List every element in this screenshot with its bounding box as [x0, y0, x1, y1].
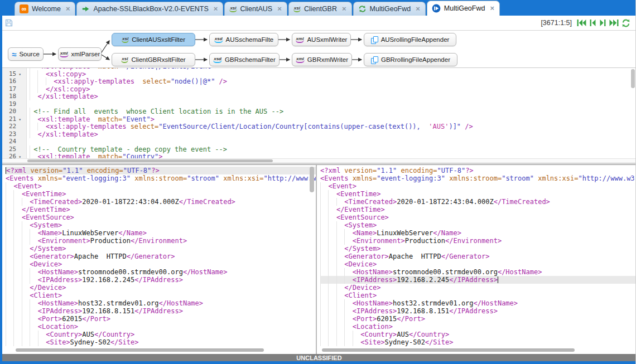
xml-line[interactable]: </System>	[320, 245, 636, 253]
line-number[interactable]: 22	[2, 123, 26, 130]
xml-line[interactable]: <Event>	[320, 182, 636, 190]
xml-line[interactable]: <Events xmlns="event-logging:3" xmlns:st…	[320, 174, 636, 182]
xml-line[interactable]: <Site>Sydney-S02</Site>	[320, 338, 636, 346]
tab-multigeofwd-pipeline[interactable]: MultiGeoFwd ×	[353, 2, 426, 16]
pipeline-element-xmlparser[interactable]: xml xmlParser	[58, 47, 102, 61]
code-area[interactable]: <xsl:template match="/Events|/Events/Eve…	[27, 68, 636, 158]
xml-line[interactable]: <Device>	[6, 260, 316, 268]
line-number[interactable]: 26▾	[2, 153, 26, 158]
step-first-button[interactable]	[577, 19, 586, 27]
xml-line[interactable]: </Device>	[320, 284, 636, 292]
line-number[interactable]: 16	[2, 77, 26, 85]
output-pane-horizontal-scrollbar[interactable]	[318, 348, 636, 353]
xml-line[interactable]: </System>	[6, 245, 316, 253]
xml-line[interactable]: <?xml version="1.1" encoding="UTF-8"?>	[320, 167, 636, 174]
pipeline-element-source[interactable]: ≈ Source	[8, 47, 44, 61]
editor-vertical-scrollbar[interactable]	[630, 69, 635, 152]
xml-line[interactable]: <Device>	[320, 260, 636, 268]
xml-line[interactable]: <EventSource>	[6, 213, 316, 221]
xml-line[interactable]: <Event>	[6, 182, 316, 190]
code-line[interactable]: </xsl:template>	[30, 93, 636, 100]
line-number[interactable]: 23	[2, 130, 26, 138]
xml-line[interactable]: <Environment>Production</Environment>	[6, 237, 316, 245]
xml-line[interactable]: <IPAddress>192.168.2.245</IPAddress>	[6, 276, 316, 284]
tab-clientgbr[interactable]: xsl ClientGBR ×	[288, 2, 352, 16]
pipeline-element-ausxmlwriter[interactable]: xml AUSxmlWriter	[292, 33, 351, 46]
xml-line[interactable]: <HostName>stroomnode00.strmdev00.org</Ho…	[320, 268, 636, 276]
input-pane-horizontal-scrollbar[interactable]	[3, 348, 308, 353]
xml-line[interactable]: <HostName>stroomnode00.strmdev00.org</Ho…	[6, 268, 316, 276]
xml-line[interactable]: <Client>	[320, 292, 636, 299]
code-line[interactable]: <xsl:template match="Event">	[30, 115, 636, 123]
line-number[interactable]: 17	[2, 85, 26, 93]
code-line[interactable]: <!-- Find all events whose Client locati…	[30, 108, 636, 115]
xml-line[interactable]: <Name>LinuxWebServer</Name>	[6, 229, 316, 237]
close-icon[interactable]: ×	[214, 6, 218, 12]
xml-line[interactable]: <HostName>host32.strmdev01.org</HostName…	[6, 299, 316, 307]
code-line[interactable]: <!-- Country template - deep copy the ev…	[30, 145, 636, 153]
xml-line[interactable]: </EventTime>	[6, 206, 316, 213]
line-number-gutter[interactable]: 1415▾161718192021▾2223242526▾	[2, 68, 27, 158]
xml-line[interactable]: <Location>	[320, 323, 636, 331]
close-icon[interactable]: ×	[416, 6, 420, 12]
xml-line[interactable]: <EventTime>	[6, 190, 316, 198]
xml-line[interactable]: <EventTime>	[320, 190, 636, 198]
line-number[interactable]: 25	[2, 145, 26, 153]
fold-marker-icon[interactable]: ▾	[18, 154, 21, 158]
line-number[interactable]: 15▾	[2, 70, 26, 78]
code-line[interactable]: </xsl:copy>	[30, 85, 636, 93]
pipeline-element-clientgbrxsltfilter[interactable]: xsl ClientGBRxsltFilter	[112, 53, 195, 66]
tab-welcome[interactable]: ∞ Welcome ×	[15, 2, 75, 16]
xml-line[interactable]: <Location>	[6, 323, 316, 331]
fold-marker-icon[interactable]: ▾	[18, 117, 21, 122]
save-button[interactable]	[5, 19, 13, 27]
xml-line[interactable]: <Site>Sydney-S02</Site>	[6, 338, 316, 346]
close-icon[interactable]: ×	[277, 6, 282, 12]
xml-line[interactable]: <IPAddress>192.168.2.245</IPAddress>	[320, 276, 636, 284]
code-line[interactable]: <xsl:apply-templates select="node()|@*" …	[30, 77, 636, 85]
close-icon[interactable]: ×	[490, 6, 494, 11]
code-line[interactable]: <xsl:copy>	[30, 70, 636, 78]
xml-line[interactable]: <System>	[320, 221, 636, 229]
code-line[interactable]	[30, 100, 636, 108]
xml-line[interactable]: </EventTime>	[320, 206, 636, 213]
xml-line[interactable]: <Environment>Production</Environment>	[320, 237, 636, 245]
line-number[interactable]: 24	[2, 138, 26, 145]
code-line[interactable]: <xsl:apply-templates select="EventSource…	[30, 123, 636, 130]
xml-line[interactable]: <IPAddress>192.168.8.151</IPAddress>	[6, 307, 316, 315]
xml-line[interactable]: <Port>62015</Port>	[320, 315, 636, 323]
tab-clientaus[interactable]: xsl ClientAUS ×	[224, 2, 287, 16]
fold-marker-icon[interactable]: ▾	[18, 72, 21, 77]
input-data-pane[interactable]: <?xml version="1.1" encoding="UTF-8"?><E…	[2, 165, 316, 354]
step-last-button[interactable]	[609, 19, 619, 27]
xml-line[interactable]: <System>	[6, 221, 316, 229]
xml-line[interactable]: <Client>	[6, 292, 316, 299]
code-line[interactable]: <xsl:template match="Country">	[30, 153, 636, 158]
line-number[interactable]: 20	[2, 108, 26, 115]
step-forward-button[interactable]	[599, 19, 606, 27]
pipeline-element-ausrollingfileappender[interactable]: AUSrollingFileAppender	[364, 33, 456, 46]
xml-line[interactable]: <HostName>host32.strmdev01.org</HostName…	[320, 299, 636, 307]
xslt-code-editor[interactable]: 1415▾161718192021▾2223242526▾ <xsl:templ…	[2, 68, 636, 163]
line-number[interactable]: 21▾	[2, 115, 26, 123]
xml-line[interactable]: <Generator>Apache HTTPD</Generator>	[320, 253, 636, 260]
xml-line[interactable]: <Country>AUS</Country>	[320, 331, 636, 338]
pipeline-element-gbrschemafilter[interactable]: xsd GBRschemaFilter	[209, 53, 280, 66]
tab-multigeofwd-stepper[interactable]: MultiGeoFwd ×	[427, 1, 500, 16]
close-icon[interactable]: ×	[342, 6, 346, 12]
close-icon[interactable]: ×	[66, 6, 70, 12]
xml-line[interactable]: <Events xmlns="event-logging:3" xmlns:st…	[6, 174, 316, 182]
pipeline-element-gbrrollingfileappender[interactable]: GBRrollingFileAppender	[364, 53, 457, 66]
input-pane-vertical-scrollbar[interactable]	[309, 166, 314, 333]
xml-line[interactable]: <EventSource>	[320, 213, 636, 221]
xml-line[interactable]: <Name>LinuxWebServer</Name>	[320, 229, 636, 237]
pipeline-element-gbrxmlwriter[interactable]: xml GBRxmlWriter	[292, 53, 352, 66]
xml-line[interactable]: <Generator>Apache HTTPD</Generator>	[6, 253, 316, 260]
output-data-pane[interactable]: <?xml version="1.1" encoding="UTF-8"?><E…	[317, 165, 636, 354]
code-line[interactable]	[30, 138, 636, 145]
code-line[interactable]: </xsl:template>	[30, 130, 636, 138]
xml-line[interactable]: <Port>62015</Port>	[6, 315, 316, 323]
xml-line[interactable]: <TimeCreated>2020-01-18T22:43:04.000Z</T…	[320, 198, 636, 206]
editor-horizontal-scrollbar[interactable]	[2, 158, 636, 163]
xml-line[interactable]: <Country>AUS</Country>	[6, 331, 316, 338]
